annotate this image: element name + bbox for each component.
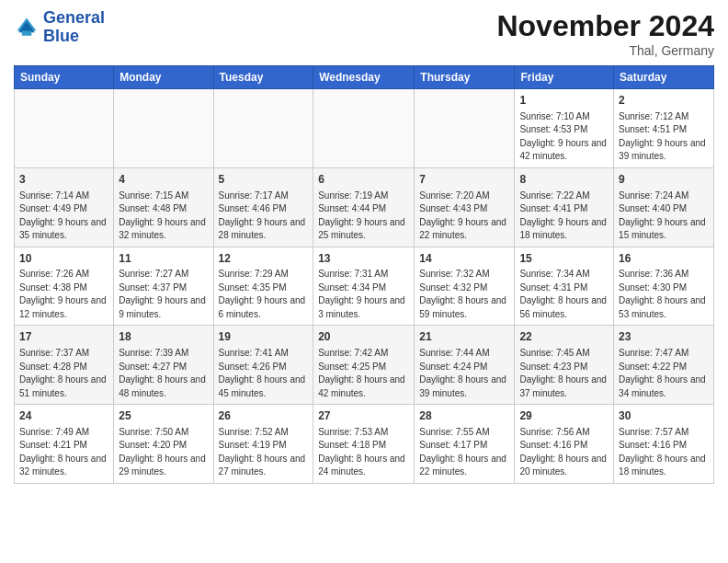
calendar-cell: 29Sunrise: 7:56 AM Sunset: 4:16 PM Dayli… <box>515 405 614 484</box>
calendar-cell: 2Sunrise: 7:12 AM Sunset: 4:51 PM Daylig… <box>614 89 714 168</box>
calendar-cell: 3Sunrise: 7:14 AM Sunset: 4:49 PM Daylig… <box>15 167 114 247</box>
day-number: 13 <box>318 251 409 267</box>
logo: General Blue <box>14 9 105 46</box>
weekday-header-thursday: Thursday <box>415 66 515 89</box>
day-info: Sunrise: 7:22 AM Sunset: 4:41 PM Dayligh… <box>519 190 609 243</box>
calendar-cell: 24Sunrise: 7:49 AM Sunset: 4:21 PM Dayli… <box>15 405 114 484</box>
day-info: Sunrise: 7:42 AM Sunset: 4:25 PM Dayligh… <box>318 347 409 400</box>
day-info: Sunrise: 7:36 AM Sunset: 4:30 PM Dayligh… <box>619 268 709 321</box>
day-number: 24 <box>19 408 108 424</box>
day-number: 26 <box>219 408 309 424</box>
day-info: Sunrise: 7:41 AM Sunset: 4:26 PM Dayligh… <box>219 347 309 400</box>
day-info: Sunrise: 7:55 AM Sunset: 4:17 PM Dayligh… <box>419 426 509 479</box>
calendar-header: SundayMondayTuesdayWednesdayThursdayFrid… <box>15 66 714 89</box>
logo-line1: General <box>43 8 105 27</box>
weekday-header-tuesday: Tuesday <box>213 66 313 89</box>
page: General Blue November 2024 Thal, Germany… <box>0 0 728 563</box>
calendar-cell: 27Sunrise: 7:53 AM Sunset: 4:18 PM Dayli… <box>313 405 415 484</box>
calendar-cell: 7Sunrise: 7:20 AM Sunset: 4:43 PM Daylig… <box>415 167 515 247</box>
calendar-cell: 10Sunrise: 7:26 AM Sunset: 4:38 PM Dayli… <box>15 247 114 326</box>
day-info: Sunrise: 7:44 AM Sunset: 4:24 PM Dayligh… <box>419 347 509 400</box>
calendar-cell: 30Sunrise: 7:57 AM Sunset: 4:16 PM Dayli… <box>614 405 714 484</box>
calendar-cell: 11Sunrise: 7:27 AM Sunset: 4:37 PM Dayli… <box>114 247 213 326</box>
day-number: 3 <box>19 172 108 188</box>
weekday-header-sunday: Sunday <box>15 66 114 89</box>
day-number: 20 <box>318 329 409 345</box>
day-info: Sunrise: 7:15 AM Sunset: 4:48 PM Dayligh… <box>119 190 208 243</box>
day-number: 21 <box>419 329 509 345</box>
weekday-header-wednesday: Wednesday <box>313 66 415 89</box>
day-number: 18 <box>119 329 208 345</box>
day-number: 5 <box>219 172 309 188</box>
calendar-cell <box>313 89 415 168</box>
day-number: 9 <box>619 172 709 188</box>
day-number: 27 <box>318 408 409 424</box>
day-info: Sunrise: 7:34 AM Sunset: 4:31 PM Dayligh… <box>519 268 609 321</box>
day-info: Sunrise: 7:26 AM Sunset: 4:38 PM Dayligh… <box>19 268 108 321</box>
day-info: Sunrise: 7:12 AM Sunset: 4:51 PM Dayligh… <box>619 110 709 164</box>
calendar-cell: 5Sunrise: 7:17 AM Sunset: 4:46 PM Daylig… <box>213 167 313 247</box>
header: General Blue November 2024 Thal, Germany <box>14 9 714 58</box>
day-number: 17 <box>19 329 108 345</box>
calendar-cell: 22Sunrise: 7:45 AM Sunset: 4:23 PM Dayli… <box>515 326 614 405</box>
day-info: Sunrise: 7:52 AM Sunset: 4:19 PM Dayligh… <box>219 426 309 479</box>
calendar-cell: 28Sunrise: 7:55 AM Sunset: 4:17 PM Dayli… <box>415 405 515 484</box>
day-number: 6 <box>318 172 409 188</box>
day-number: 22 <box>519 329 609 345</box>
calendar-cell: 19Sunrise: 7:41 AM Sunset: 4:26 PM Dayli… <box>213 326 313 405</box>
day-number: 14 <box>419 251 509 267</box>
day-number: 7 <box>419 172 509 188</box>
day-info: Sunrise: 7:27 AM Sunset: 4:37 PM Dayligh… <box>119 268 208 321</box>
calendar-cell: 23Sunrise: 7:47 AM Sunset: 4:22 PM Dayli… <box>614 326 714 405</box>
day-number: 2 <box>619 93 709 109</box>
calendar-cell: 17Sunrise: 7:37 AM Sunset: 4:28 PM Dayli… <box>15 326 114 405</box>
header-row: SundayMondayTuesdayWednesdayThursdayFrid… <box>15 66 714 89</box>
calendar-cell: 12Sunrise: 7:29 AM Sunset: 4:35 PM Dayli… <box>213 247 313 326</box>
day-number: 29 <box>519 408 609 424</box>
weekday-header-monday: Monday <box>114 66 213 89</box>
day-number: 1 <box>519 93 609 109</box>
day-number: 19 <box>219 329 309 345</box>
day-info: Sunrise: 7:17 AM Sunset: 4:46 PM Dayligh… <box>219 190 309 243</box>
calendar-cell: 16Sunrise: 7:36 AM Sunset: 4:30 PM Dayli… <box>614 247 714 326</box>
day-number: 10 <box>19 251 108 267</box>
day-number: 12 <box>219 251 309 267</box>
day-info: Sunrise: 7:10 AM Sunset: 4:53 PM Dayligh… <box>519 110 609 164</box>
day-info: Sunrise: 7:37 AM Sunset: 4:28 PM Dayligh… <box>19 347 108 400</box>
day-info: Sunrise: 7:29 AM Sunset: 4:35 PM Dayligh… <box>219 268 309 321</box>
title-block: November 2024 Thal, Germany <box>496 9 714 58</box>
day-number: 11 <box>119 251 208 267</box>
calendar-cell <box>15 89 114 168</box>
calendar-cell: 21Sunrise: 7:44 AM Sunset: 4:24 PM Dayli… <box>415 326 515 405</box>
svg-rect-2 <box>22 30 32 35</box>
day-info: Sunrise: 7:49 AM Sunset: 4:21 PM Dayligh… <box>19 426 108 479</box>
day-number: 16 <box>619 251 709 267</box>
calendar-cell: 4Sunrise: 7:15 AM Sunset: 4:48 PM Daylig… <box>114 167 213 247</box>
day-info: Sunrise: 7:24 AM Sunset: 4:40 PM Dayligh… <box>619 190 709 243</box>
day-info: Sunrise: 7:32 AM Sunset: 4:32 PM Dayligh… <box>419 268 509 321</box>
day-number: 30 <box>619 408 709 424</box>
day-info: Sunrise: 7:57 AM Sunset: 4:16 PM Dayligh… <box>619 426 709 479</box>
calendar-week-4: 17Sunrise: 7:37 AM Sunset: 4:28 PM Dayli… <box>15 326 714 405</box>
calendar-week-5: 24Sunrise: 7:49 AM Sunset: 4:21 PM Dayli… <box>15 405 714 484</box>
day-number: 15 <box>519 251 609 267</box>
calendar-cell <box>415 89 515 168</box>
calendar-cell <box>114 89 213 168</box>
page-title: November 2024 <box>496 9 714 43</box>
weekday-header-friday: Friday <box>515 66 614 89</box>
calendar-table: SundayMondayTuesdayWednesdayThursdayFrid… <box>14 65 714 484</box>
day-info: Sunrise: 7:45 AM Sunset: 4:23 PM Dayligh… <box>519 347 609 400</box>
calendar-week-1: 1Sunrise: 7:10 AM Sunset: 4:53 PM Daylig… <box>15 89 714 168</box>
calendar-cell: 15Sunrise: 7:34 AM Sunset: 4:31 PM Dayli… <box>515 247 614 326</box>
day-number: 23 <box>619 329 709 345</box>
day-info: Sunrise: 7:56 AM Sunset: 4:16 PM Dayligh… <box>519 426 609 479</box>
calendar-cell: 13Sunrise: 7:31 AM Sunset: 4:34 PM Dayli… <box>313 247 415 326</box>
day-number: 4 <box>119 172 208 188</box>
day-number: 8 <box>519 172 609 188</box>
calendar-cell: 6Sunrise: 7:19 AM Sunset: 4:44 PM Daylig… <box>313 167 415 247</box>
logo-line2: Blue <box>43 27 79 45</box>
calendar-week-2: 3Sunrise: 7:14 AM Sunset: 4:49 PM Daylig… <box>15 167 714 247</box>
calendar-cell <box>213 89 313 168</box>
calendar-cell: 1Sunrise: 7:10 AM Sunset: 4:53 PM Daylig… <box>515 89 614 168</box>
day-info: Sunrise: 7:53 AM Sunset: 4:18 PM Dayligh… <box>318 426 409 479</box>
